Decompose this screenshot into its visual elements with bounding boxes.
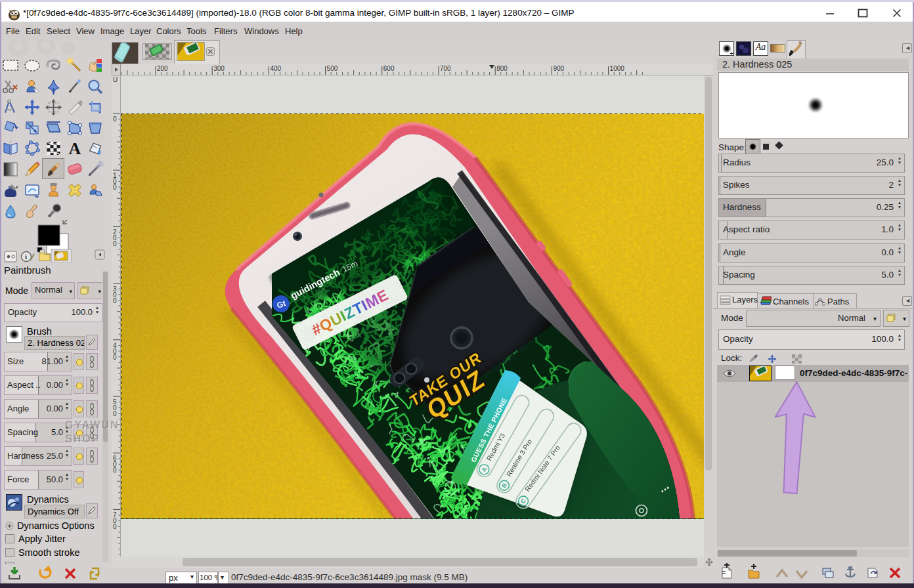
svg-text:A: A xyxy=(69,139,81,158)
svg-text:=: = xyxy=(722,568,726,576)
svg-text:700: 700 xyxy=(440,65,451,72)
svg-text:600: 600 xyxy=(383,65,395,72)
svg-text:0: 0 xyxy=(113,240,117,247)
svg-text:0: 0 xyxy=(113,523,117,530)
svg-text:1000: 1000 xyxy=(610,65,625,72)
svg-text:0: 0 xyxy=(113,354,117,361)
svg-text:500: 500 xyxy=(327,65,338,72)
svg-text:300: 300 xyxy=(213,65,225,72)
svg-text:0: 0 xyxy=(113,467,117,474)
svg-text:200: 200 xyxy=(157,65,168,72)
svg-text:0: 0 xyxy=(113,116,117,123)
svg-text:U: U xyxy=(113,76,118,83)
svg-text:400: 400 xyxy=(270,65,281,72)
svg-text:i: i xyxy=(25,253,27,261)
svg-text:0: 0 xyxy=(113,297,117,304)
svg-text:0: 0 xyxy=(113,184,117,191)
svg-text:800: 800 xyxy=(496,65,508,72)
svg-text:0: 0 xyxy=(113,410,117,417)
svg-text:900: 900 xyxy=(553,65,564,72)
